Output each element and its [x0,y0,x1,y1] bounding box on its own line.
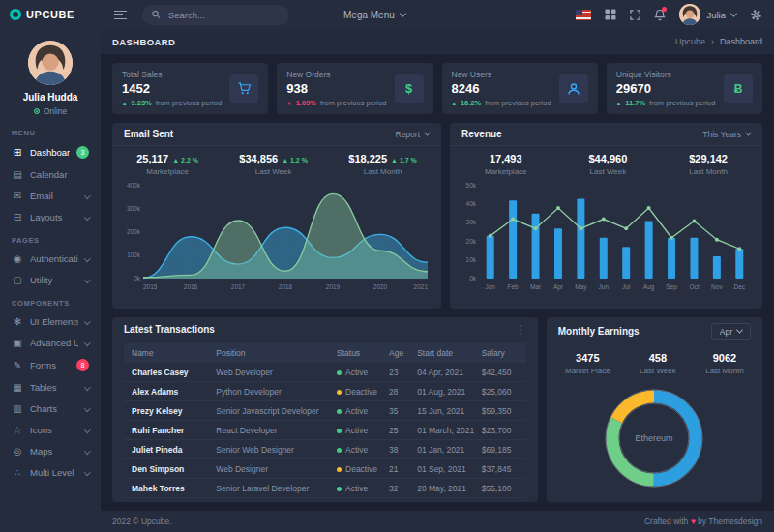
revenue-card: Revenue This Years 17,493Marketplace$44,… [450,123,762,309]
status-dot [337,390,342,395]
apps-grid-icon[interactable] [605,9,616,20]
revenue-stat-last-week: $44,960Last Week [589,153,628,176]
stat-value-line: $44,960 [589,153,628,164]
breadcrumb: Upcube › Dashboard [675,37,762,46]
stat-card-delta: ▲11.7%from previous period [616,99,716,107]
icons-icon: ☆ [12,425,23,435]
column-header-start-date: Start date [409,343,474,363]
chevron-down-icon [424,130,431,136]
status-dot [337,467,342,472]
brand-icon [10,9,21,20]
stat-card-value: 1452 [122,81,222,96]
stat-value-line: 9062 [705,352,744,364]
email-stat-last-month: $18,225▲ 1.7 %Last Month [348,153,417,176]
cell-name: Juliet Pineda [124,440,208,459]
cell-age: 35 [381,401,409,421]
revenue-stat-value: 17,493 [490,153,522,164]
email-stat-value: $34,856 [239,153,278,164]
sidebar-item-advanced-ui[interactable]: ▣Advanced UI [0,332,101,353]
chevron-down-icon [84,448,90,454]
hamburger-menu-icon[interactable] [114,11,127,19]
stat-card-info: New Users8246▲16.2%from previous period [452,70,551,107]
sidebar-menu: MENU⊞Dashboard3▤Calendar✉Email⊟LayoutsPA… [0,120,101,483]
advanced-ui-icon: ▣ [12,338,23,348]
sidebar-item-maps[interactable]: ◎Maps [0,440,101,461]
stat-card-new-users: New Users8246▲16.2%from previous period [442,63,598,114]
sidebar-item-layouts[interactable]: ⊟Layouts [0,206,101,227]
sidebar-item-utility[interactable]: ▢Utility [0,269,101,290]
stat-value-line: $18,225▲ 1.7 % [348,153,417,164]
mega-menu-button[interactable]: Mega Menu [343,10,405,20]
profile-status: Online [0,106,101,116]
kebab-menu-icon[interactable]: ⋮ [516,323,526,336]
sidebar-item-label: Charts [30,403,78,414]
sidebar-item-calendar[interactable]: ▤Calendar [0,163,101,185]
sidebar-item-label: Tables [30,382,78,393]
arrow-up-icon: ▲ [616,101,621,106]
notifications-bell-icon[interactable] [654,9,666,21]
month-dropdown[interactable]: Apr [711,323,751,340]
multi-level-icon: ∴ [12,467,23,478]
table-row: Mahek TorresSenior Laravel DeveloperActi… [124,479,526,498]
monthly-earnings-card: Monthly Earnings Apr 3475Market Place458… [547,317,762,502]
sidebar-item-multi-level[interactable]: ∴Multi Level [0,461,101,483]
svg-text:Jan: Jan [485,283,495,290]
fullscreen-icon[interactable] [630,10,640,20]
search-input[interactable] [166,9,280,21]
sidebar-item-email[interactable]: ✉Email [0,185,101,206]
sidebar-item-forms[interactable]: ✎Forms8 [0,353,101,376]
email-stat-marketplace: 25,117▲ 2.2 %Marketplace [136,153,198,176]
svg-text:50k: 50k [466,182,477,189]
cell-age: 28 [381,382,409,401]
footer: 2022 © Upcube. Crafted with ♥ by Themesd… [101,511,774,532]
sidebar-item-ui-elements[interactable]: ✻UI Elements [0,310,101,332]
sidebar-item-authentication[interactable]: ◉Authentication [0,248,101,269]
ui-elements-icon: ✻ [12,316,23,327]
sidebar-item-label: Icons [30,425,78,435]
revenue-combo-chart: 0k10k20k30k40k50kJanFebMarAprMayJunJulAu… [456,178,757,292]
topbar: UPCUBE Mega Menu Julia [0,0,774,29]
revenue-period-dropdown[interactable]: This Years [702,130,751,139]
chevron-down-icon [84,340,90,345]
svg-text:2016: 2016 [184,283,198,290]
svg-text:200k: 200k [127,228,141,235]
stat-card-new-orders: New Orders938▼1.09%from previous period$ [277,63,432,114]
breadcrumb-parent[interactable]: Upcube [675,37,705,46]
dashboard-icon: ⊞ [12,147,23,158]
chevron-down-icon [400,10,406,16]
status-dot [337,487,342,491]
cell-start-date: 01 March, 2021 [409,421,474,440]
sidebar-item-badge: 8 [76,359,89,371]
sidebar-item-icons[interactable]: ☆Icons [0,419,101,440]
earnings-stat-value: 3475 [576,352,599,364]
profile-name: Julia Hudda [0,92,101,103]
cell-start-date: 01 Sep, 2021 [409,459,474,479]
language-flag-icon[interactable] [576,10,591,20]
user-menu[interactable]: Julia [679,4,736,25]
table-row: Prezy KelseySenior Javascript DeveloperA… [124,401,526,421]
cell-status: Deactive [329,382,381,401]
layouts-icon: ⊟ [12,212,23,222]
cell-age: 21 [381,459,409,479]
svg-text:0k: 0k [134,275,141,281]
revenue-stat-marketplace: 17,493Marketplace [485,153,527,176]
stat-card-note: from previous period [320,99,386,107]
sidebar-item-label: Advanced UI [30,338,78,348]
page-title-bar: DASHBOARD Upcube › Dashboard [101,29,774,54]
sidebar-item-charts[interactable]: ▥Charts [0,398,101,419]
cell-salary: $55,100 [474,479,526,498]
brand-logo[interactable]: UPCUBE [0,9,101,20]
sidebar-item-dashboard[interactable]: ⊞Dashboard3 [0,140,101,163]
sidebar: Julia Hudda Online MENU⊞Dashboard3▤Calen… [0,29,101,532]
column-header-age: Age [381,343,409,363]
status-dot [337,370,342,375]
brand-text: UPCUBE [26,9,74,20]
earnings-donut-chart: Ethereum [597,381,711,495]
bitcoin-icon: Ƀ [724,74,753,103]
sidebar-item-tables[interactable]: ▦Tables [0,376,101,398]
settings-gear-icon[interactable] [750,9,762,21]
revenue-stat-label: Last Week [589,167,628,176]
svg-text:10k: 10k [466,256,477,263]
email-report-dropdown[interactable]: Report [395,130,430,139]
stat-value-line: 3475 [565,352,610,364]
